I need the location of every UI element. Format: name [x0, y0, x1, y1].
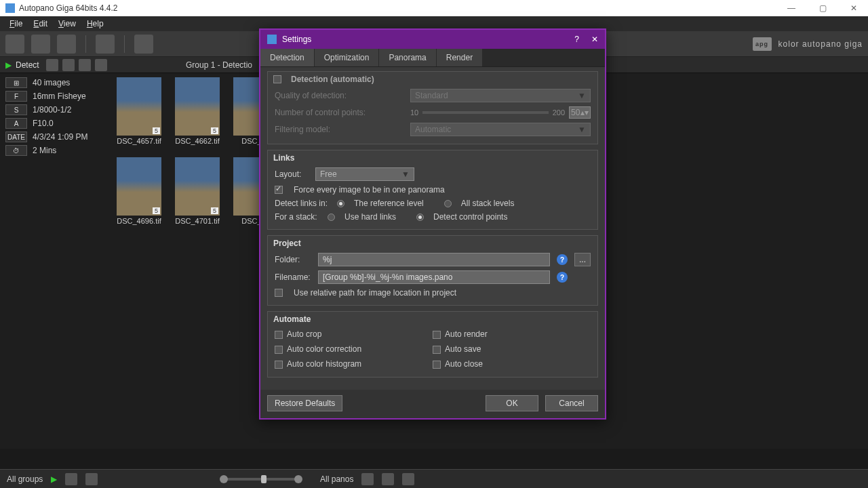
detect-label[interactable]: Detect	[16, 60, 39, 70]
quality-select[interactable]: Standard▼	[410, 89, 591, 102]
aperture-badge: A	[5, 118, 27, 129]
brand-logo: apg	[753, 37, 772, 51]
autocrop-checkbox[interactable]	[275, 331, 283, 339]
brand: apg kolor autopano giga	[753, 37, 863, 51]
menu-file[interactable]: File	[4, 18, 28, 30]
project-title: Project	[268, 236, 597, 251]
dialog-tabs: Detection Optimization Panorama Render	[260, 49, 605, 67]
pano-remove-icon[interactable]	[402, 473, 414, 485]
folder-input[interactable]: %j	[318, 253, 550, 266]
app-icon	[5, 3, 15, 13]
export-icon[interactable]	[79, 59, 91, 71]
open-folder-icon[interactable]	[5, 35, 24, 54]
detectcp-radio[interactable]	[416, 214, 424, 221]
autosave-checkbox[interactable]	[433, 346, 441, 354]
date-badge: DATE	[5, 131, 27, 142]
tab-detection[interactable]: Detection	[260, 49, 315, 66]
aperture-label: F10.0	[33, 119, 54, 128]
autocrop-label: Auto crop	[287, 329, 321, 339]
tab-render[interactable]: Render	[437, 49, 483, 66]
pano-settings-icon[interactable]	[361, 473, 374, 485]
reflevel-label: The reference level	[354, 199, 424, 208]
autorender-checkbox[interactable]	[433, 331, 441, 339]
minimize-button[interactable]: —	[783, 3, 800, 13]
save-group-icon[interactable]	[62, 59, 75, 71]
dialog-help-button[interactable]: ?	[574, 35, 579, 44]
brand-text: kolor autopano giga	[778, 39, 863, 49]
tab-panorama[interactable]: Panorama	[379, 49, 436, 66]
open-image-icon[interactable]	[31, 35, 50, 54]
date-label: 4/3/24 1:09 PM	[33, 132, 87, 142]
dialog-icon	[267, 35, 277, 44]
zoom-slider[interactable]	[224, 478, 298, 481]
gear-icon[interactable]	[96, 35, 115, 54]
filter-label: Filtering model:	[275, 125, 403, 134]
dialog-title: Settings	[282, 35, 311, 44]
grid-add-icon[interactable]	[65, 473, 77, 485]
cancel-button[interactable]: Cancel	[545, 395, 598, 411]
folder-browse-button[interactable]: ...	[574, 253, 591, 266]
filter-select[interactable]: Automatic▼	[410, 123, 591, 136]
thumbnail[interactable]: DSC_4657.tif	[117, 77, 161, 145]
hardlinks-label: Use hard links	[344, 212, 396, 222]
thumbnail[interactable]: DSC_4662.tif	[175, 77, 220, 145]
dialog-titlebar[interactable]: Settings ? ✕	[260, 30, 605, 49]
close-button[interactable]: ✕	[845, 3, 863, 13]
tab-optimization[interactable]: Optimization	[315, 49, 380, 66]
ncp-spinner[interactable]: 50▴▾	[569, 106, 591, 119]
maximize-button[interactable]: ▢	[814, 3, 831, 13]
autocc-checkbox[interactable]	[275, 346, 283, 354]
autoclose-label: Auto close	[445, 359, 483, 369]
grid-badge: ⊞	[5, 77, 27, 88]
relative-path-checkbox[interactable]	[275, 289, 283, 297]
reflevel-radio[interactable]	[337, 200, 344, 207]
section-project: Project Folder: %j ? ... Filename: [Grou…	[267, 235, 598, 306]
allstack-radio[interactable]	[444, 200, 452, 207]
grid-icon[interactable]	[57, 35, 76, 54]
filename-input[interactable]: [Group %b]-%i_%j-%n images.pano	[318, 270, 550, 284]
section-automate: Automate Auto crop Auto color correction…	[267, 311, 598, 378]
detection-enable-checkbox[interactable]	[273, 75, 281, 83]
autoclose-checkbox[interactable]	[433, 361, 441, 369]
layout-select[interactable]: Free▼	[315, 167, 414, 181]
settings-dialog: Settings ? ✕ Detection Optimization Pano…	[259, 28, 606, 420]
autocc-label: Auto color correction	[287, 344, 361, 354]
pano-save-icon[interactable]	[382, 473, 394, 485]
restore-defaults-button[interactable]: Restore Defaults	[267, 395, 342, 411]
duration-label: 2 Mins	[33, 146, 56, 155]
shutter-badge: S	[5, 104, 27, 115]
menu-help[interactable]: Help	[81, 18, 109, 30]
ncp-slider[interactable]	[422, 111, 548, 114]
automate-title: Automate	[268, 312, 597, 327]
help-icon[interactable]	[134, 35, 153, 54]
menu-view[interactable]: View	[53, 18, 81, 30]
layout-label: Layout:	[275, 169, 309, 179]
focal-badge: F	[5, 91, 27, 102]
force-one-pano-checkbox[interactable]	[275, 186, 283, 194]
filename-help-icon[interactable]: ?	[557, 272, 568, 283]
hardlinks-radio[interactable]	[328, 214, 335, 221]
forstack-label: For a stack:	[275, 212, 321, 222]
ncp-label: Number of control points:	[275, 108, 403, 117]
section-detection: Detection (automatic) Quality of detecti…	[267, 71, 598, 144]
folder-label: Folder:	[275, 255, 311, 264]
toolbar-divider	[124, 35, 125, 53]
window-title: Autopano Giga 64bits 4.4.2	[19, 3, 117, 13]
relative-path-label: Use relative path for image location in …	[294, 288, 456, 298]
menu-edit[interactable]: Edit	[28, 18, 53, 30]
thumbnail[interactable]: DSC_4701.tif	[175, 157, 220, 225]
wrench-icon[interactable]	[46, 59, 58, 71]
play-icon[interactable]: ▶	[5, 60, 12, 70]
ok-button[interactable]: OK	[486, 395, 538, 411]
links-title: Links	[268, 150, 597, 165]
autohist-checkbox[interactable]	[275, 361, 283, 369]
play-all-icon[interactable]: ▶	[51, 474, 57, 484]
thumbnail[interactable]: DSC_4696.tif	[117, 157, 161, 225]
folder-help-icon[interactable]: ?	[557, 254, 568, 265]
autorender-label: Auto render	[445, 329, 488, 339]
dialog-close-button[interactable]: ✕	[591, 35, 598, 44]
puzzle-icon[interactable]	[95, 59, 107, 71]
allpanos-label: All panos	[320, 474, 353, 484]
grid-remove-icon[interactable]	[85, 473, 98, 485]
autohist-label: Auto color histogram	[287, 359, 361, 369]
